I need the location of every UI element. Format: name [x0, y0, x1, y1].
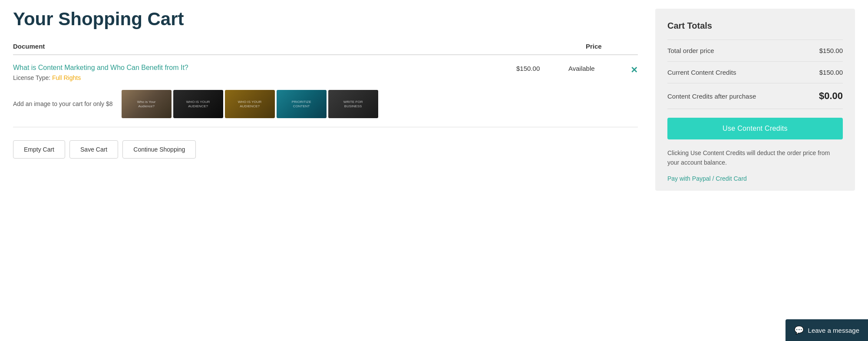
thumbnail-1-text: Who is YourAudience?: [124, 99, 169, 109]
thumbnail-3-text: WHO IS YOURAUDIENCE?: [227, 99, 272, 109]
cart-sidebar: Cart Totals Total order price $150.00 Cu…: [655, 9, 855, 191]
thumbnail-5-text: WRITE FORBUSINESS: [330, 99, 376, 109]
cart-table: Document Price What is Content Marketing…: [13, 43, 638, 127]
license-type: Full Rights: [52, 74, 81, 81]
use-content-credits-button[interactable]: Use Content Credits: [667, 118, 843, 139]
empty-cart-button[interactable]: Empty Cart: [13, 140, 65, 159]
thumbnail-1[interactable]: Who is YourAudience?: [122, 90, 172, 118]
image-thumbnails: Who is YourAudience? WHO IS YOURAUDIENCE…: [122, 90, 638, 118]
item-status: Available: [568, 64, 620, 72]
thumbnail-3[interactable]: WHO IS YOURAUDIENCE?: [225, 90, 275, 118]
remove-icon[interactable]: ✕: [630, 65, 638, 75]
image-addon: Add an image to your cart for only $8 Wh…: [13, 90, 638, 118]
item-license: License Type: Full Rights: [13, 74, 516, 81]
credits-note: Clicking Use Content Credits will deduct…: [667, 148, 843, 168]
continue-shopping-button[interactable]: Continue Shopping: [122, 140, 196, 159]
thumbnail-5[interactable]: WRITE FORBUSINESS: [328, 90, 378, 118]
totals-row-3: Content Credits after purchase $0.00: [667, 83, 843, 109]
item-title-link[interactable]: What is Content Marketing and Who Can Be…: [13, 64, 516, 72]
cart-actions: Empty Cart Save Cart Continue Shopping: [13, 140, 638, 167]
totals-row-2: Current Content Credits $150.00: [667, 62, 843, 83]
thumbnail-2[interactable]: WHO IS YOURAUDIENCE?: [173, 90, 223, 118]
thumbnail-4[interactable]: PRIORITIZECONTENT: [277, 90, 327, 118]
item-price: $150.00: [516, 64, 568, 72]
paypal-link[interactable]: Pay with Paypal / Credit Card: [667, 175, 747, 182]
col-price-header: Price: [586, 43, 638, 50]
totals-value-3: $0.00: [819, 90, 843, 102]
col-document-header: Document: [13, 43, 586, 50]
thumbnail-4-text: PRIORITIZECONTENT: [279, 99, 324, 109]
totals-label-3: Content Credits after purchase: [667, 93, 756, 100]
item-remove[interactable]: ✕: [620, 64, 638, 75]
page-title: Your Shopping Cart: [13, 9, 638, 30]
totals-label-2: Current Content Credits: [667, 69, 736, 76]
totals-label-1: Total order price: [667, 47, 714, 54]
license-label: License Type:: [13, 74, 50, 81]
cart-table-header: Document Price: [13, 43, 638, 55]
totals-value-2: $150.00: [819, 69, 843, 76]
save-cart-button[interactable]: Save Cart: [69, 140, 118, 159]
thumbnail-2-text: WHO IS YOURAUDIENCE?: [175, 99, 221, 109]
item-info: What is Content Marketing and Who Can Be…: [13, 64, 516, 81]
cart-totals-title: Cart Totals: [667, 21, 843, 31]
cart-item-row: What is Content Marketing and Who Can Be…: [13, 64, 638, 81]
cart-item: What is Content Marketing and Who Can Be…: [13, 55, 638, 127]
totals-row-1: Total order price $150.00: [667, 40, 843, 62]
totals-value-1: $150.00: [819, 47, 843, 54]
image-addon-text: Add an image to your cart for only $8: [13, 99, 113, 109]
